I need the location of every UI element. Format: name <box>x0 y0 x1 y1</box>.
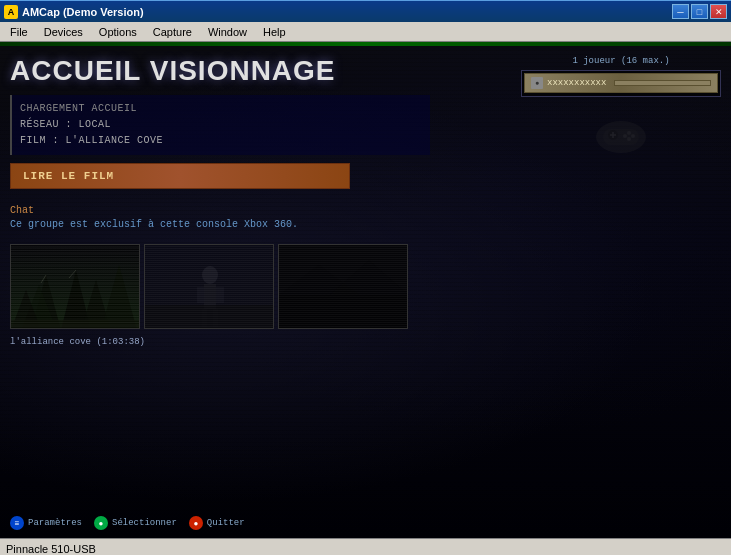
sub-info-line-2: RÉSEAU : LOCAL <box>20 117 422 133</box>
svg-point-30 <box>631 134 635 138</box>
title-left: A AMCap (Demo Version) <box>4 5 144 19</box>
close-button[interactable]: ✕ <box>710 4 727 19</box>
svg-rect-10 <box>11 245 140 329</box>
bottom-controls: ≡ Paramètres ● Sélectionner ● Quitter <box>10 516 245 530</box>
maximize-button[interactable]: □ <box>691 4 708 19</box>
thumb-figure-svg <box>145 245 274 329</box>
player-name: xxxxxxxxxxx <box>547 78 606 88</box>
quitter-icon: ● <box>189 516 203 530</box>
control-parametres[interactable]: ≡ Paramètres <box>10 516 82 530</box>
gamer-icon <box>521 105 721 174</box>
left-panel: ACCUEIL VISIONNAGE CHARGEMENT ACCUEIL RÉ… <box>10 56 430 508</box>
page-title: ACCUEIL VISIONNAGE <box>10 56 430 87</box>
player-bar <box>614 80 711 86</box>
status-text: Pinnacle 510-USB <box>6 543 96 555</box>
svg-marker-6 <box>11 290 41 329</box>
minimize-button[interactable]: ─ <box>672 4 689 19</box>
thumb-forest-svg <box>11 245 140 329</box>
svg-rect-9 <box>11 320 140 329</box>
svg-marker-2 <box>21 285 57 329</box>
sub-info-block: CHARGEMENT ACCUEIL RÉSEAU : LOCAL FILM :… <box>10 95 430 155</box>
selectionner-label: Sélectionner <box>112 518 177 528</box>
thumb-caption: l'alliance cove (1:03:38) <box>10 337 430 347</box>
thumbnails-section <box>10 244 430 329</box>
menu-devices[interactable]: Devices <box>36 24 91 40</box>
menu-options[interactable]: Options <box>91 24 145 40</box>
parametres-icon: ≡ <box>10 516 24 530</box>
control-selectionner[interactable]: ● Sélectionner <box>94 516 177 530</box>
menu-bar: File Devices Options Capture Window Help <box>0 22 731 42</box>
thumbnail-1[interactable] <box>10 244 140 329</box>
svg-marker-3 <box>61 270 91 329</box>
right-panel: 1 joueur (16 max.) ● xxxxxxxxxxx <box>521 56 721 174</box>
thumbnail-2[interactable] <box>144 244 274 329</box>
svg-marker-4 <box>81 280 111 329</box>
quitter-label: Quitter <box>207 518 245 528</box>
title-bar: A AMCap (Demo Version) ─ □ ✕ <box>0 0 731 22</box>
sub-info-line-3: FILM : L'ALLIANCE COVE <box>20 133 422 149</box>
menu-help[interactable]: Help <box>255 24 294 40</box>
thumb-forest-bg <box>11 245 139 328</box>
svg-point-29 <box>627 131 631 135</box>
controller-svg <box>591 105 651 165</box>
window-frame: A AMCap (Demo Version) ─ □ ✕ File Device… <box>0 0 731 555</box>
warning-section: Chat Ce groupe est exclusif à cette cons… <box>10 205 430 232</box>
player-avatar: ● <box>531 77 543 89</box>
window-title: AMCap (Demo Version) <box>22 6 144 18</box>
action-button[interactable]: LIRE LE FILM <box>10 163 350 189</box>
thumb-scanlines-1 <box>11 245 139 328</box>
selectionner-icon: ● <box>94 516 108 530</box>
app-icon: A <box>4 5 18 19</box>
title-controls: ─ □ ✕ <box>672 4 727 19</box>
svg-marker-5 <box>101 265 137 329</box>
sub-info-line-1: CHARGEMENT ACCUEIL <box>20 101 422 117</box>
svg-line-8 <box>69 270 76 278</box>
svg-marker-1 <box>31 275 61 329</box>
menu-window[interactable]: Window <box>200 24 255 40</box>
main-content: ACCUEIL VISIONNAGE CHARGEMENT ACCUEIL RÉ… <box>0 46 731 538</box>
menu-file[interactable]: File <box>2 24 36 40</box>
svg-line-7 <box>41 275 46 283</box>
warning-text: Ce groupe est exclusif à cette console X… <box>10 218 430 232</box>
status-bar: Pinnacle 510-USB <box>0 538 731 555</box>
svg-rect-21 <box>279 295 408 329</box>
svg-point-32 <box>623 134 627 138</box>
player-count: 1 joueur (16 max.) <box>521 56 721 66</box>
thumb-dark-svg <box>279 245 408 329</box>
player-list: ● xxxxxxxxxxx <box>521 70 721 97</box>
player-item: ● xxxxxxxxxxx <box>524 73 718 93</box>
control-quitter[interactable]: ● Quitter <box>189 516 245 530</box>
menu-capture[interactable]: Capture <box>145 24 200 40</box>
svg-rect-0 <box>11 245 140 329</box>
svg-point-31 <box>627 137 631 141</box>
svg-rect-19 <box>145 245 274 329</box>
warning-title: Chat <box>10 205 430 216</box>
parametres-label: Paramètres <box>28 518 82 528</box>
thumbnail-3[interactable] <box>278 244 408 329</box>
